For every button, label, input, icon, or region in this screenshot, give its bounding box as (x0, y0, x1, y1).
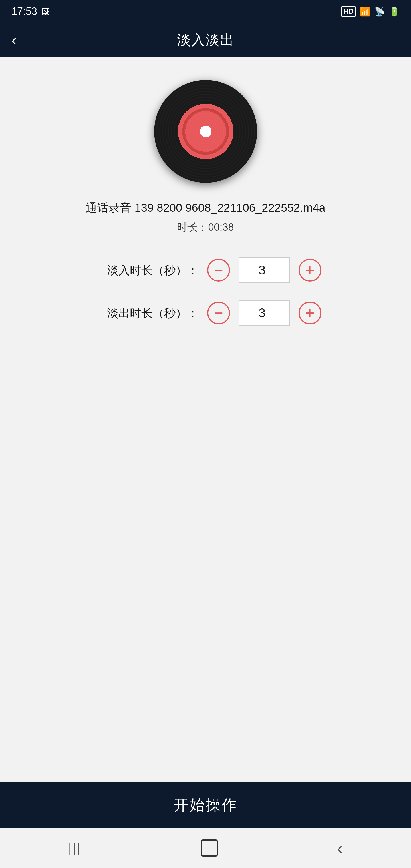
fade-out-label: 淡出时长（秒）： (90, 305, 199, 321)
fade-in-label: 淡入时长（秒）： (90, 262, 199, 278)
status-time: 17:53 (11, 5, 37, 18)
fade-out-input[interactable] (238, 300, 290, 326)
battery-icon: 🔋 (389, 7, 400, 17)
system-nav-bar: ||| ‹ (0, 828, 411, 868)
status-bar-right: HD 📶 📡 🔋 (341, 6, 400, 17)
bottom-bar: 开始操作 (0, 782, 411, 828)
photo-icon: 🖼 (41, 7, 49, 16)
fade-out-row: 淡出时长（秒）： − + (29, 300, 382, 326)
back-button[interactable]: ‹ (11, 32, 17, 48)
fade-in-minus-button[interactable]: − (207, 259, 230, 281)
system-back-button[interactable]: ‹ (320, 833, 360, 864)
fade-out-minus-button[interactable]: − (207, 302, 230, 324)
file-name: 通话录音 139 8200 9608_221106_222552.m4a (86, 200, 325, 216)
main-content: 通话录音 139 8200 9608_221106_222552.m4a 时长：… (0, 57, 411, 782)
hd-badge: HD (341, 6, 356, 17)
file-duration: 时长：00:38 (177, 220, 234, 235)
controls-section: 淡入时长（秒）： − + 淡出时长（秒）： − + (17, 257, 394, 326)
signal-icon: 📡 (374, 7, 385, 17)
wifi-icon: 📶 (360, 7, 371, 17)
fade-in-plus-button[interactable]: + (299, 259, 321, 281)
page-title: 淡入淡出 (177, 31, 234, 49)
fade-in-input[interactable] (238, 257, 290, 283)
fade-in-row: 淡入时长（秒）： − + (29, 257, 382, 283)
vinyl-record (154, 80, 257, 183)
recents-button[interactable]: ||| (51, 835, 98, 861)
status-bar-left: 17:53 🖼 (11, 5, 49, 18)
vinyl-record-container (154, 80, 257, 183)
nav-bar: ‹ 淡入淡出 (0, 23, 411, 57)
home-button[interactable] (201, 839, 218, 857)
fade-out-plus-button[interactable]: + (299, 302, 321, 324)
start-button[interactable]: 开始操作 (174, 795, 238, 815)
status-bar: 17:53 🖼 HD 📶 📡 🔋 (0, 0, 411, 23)
